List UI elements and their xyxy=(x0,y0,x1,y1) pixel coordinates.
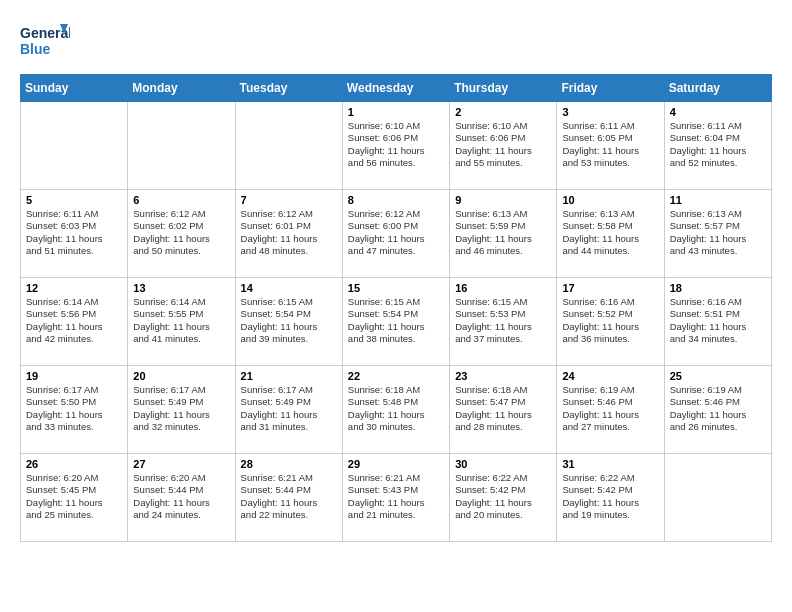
calendar-cell: 16Sunrise: 6:15 AMSunset: 5:53 PMDayligh… xyxy=(450,278,557,366)
day-number: 17 xyxy=(562,282,658,294)
calendar-cell: 15Sunrise: 6:15 AMSunset: 5:54 PMDayligh… xyxy=(342,278,449,366)
calendar-cell: 1Sunrise: 6:10 AMSunset: 6:06 PMDaylight… xyxy=(342,102,449,190)
day-number: 6 xyxy=(133,194,229,206)
day-number: 30 xyxy=(455,458,551,470)
calendar-cell: 19Sunrise: 6:17 AMSunset: 5:50 PMDayligh… xyxy=(21,366,128,454)
header-friday: Friday xyxy=(557,75,664,102)
logo: General Blue xyxy=(20,20,70,64)
cell-info: Sunrise: 6:15 AMSunset: 5:53 PMDaylight:… xyxy=(455,296,551,345)
cell-info: Sunrise: 6:13 AMSunset: 5:59 PMDaylight:… xyxy=(455,208,551,257)
day-number: 19 xyxy=(26,370,122,382)
day-number: 31 xyxy=(562,458,658,470)
calendar-cell: 12Sunrise: 6:14 AMSunset: 5:56 PMDayligh… xyxy=(21,278,128,366)
day-number: 5 xyxy=(26,194,122,206)
day-number: 26 xyxy=(26,458,122,470)
cell-info: Sunrise: 6:11 AMSunset: 6:05 PMDaylight:… xyxy=(562,120,658,169)
calendar-cell: 6Sunrise: 6:12 AMSunset: 6:02 PMDaylight… xyxy=(128,190,235,278)
day-number: 23 xyxy=(455,370,551,382)
cell-info: Sunrise: 6:22 AMSunset: 5:42 PMDaylight:… xyxy=(562,472,658,521)
day-number: 2 xyxy=(455,106,551,118)
cell-info: Sunrise: 6:12 AMSunset: 6:02 PMDaylight:… xyxy=(133,208,229,257)
cell-info: Sunrise: 6:20 AMSunset: 5:44 PMDaylight:… xyxy=(133,472,229,521)
cell-info: Sunrise: 6:15 AMSunset: 5:54 PMDaylight:… xyxy=(241,296,337,345)
day-number: 16 xyxy=(455,282,551,294)
header-monday: Monday xyxy=(128,75,235,102)
day-number: 18 xyxy=(670,282,766,294)
page-header: General Blue xyxy=(20,20,772,64)
calendar-cell: 3Sunrise: 6:11 AMSunset: 6:05 PMDaylight… xyxy=(557,102,664,190)
calendar-cell: 4Sunrise: 6:11 AMSunset: 6:04 PMDaylight… xyxy=(664,102,771,190)
calendar-cell: 23Sunrise: 6:18 AMSunset: 5:47 PMDayligh… xyxy=(450,366,557,454)
cell-info: Sunrise: 6:16 AMSunset: 5:52 PMDaylight:… xyxy=(562,296,658,345)
calendar-cell: 21Sunrise: 6:17 AMSunset: 5:49 PMDayligh… xyxy=(235,366,342,454)
cell-info: Sunrise: 6:11 AMSunset: 6:04 PMDaylight:… xyxy=(670,120,766,169)
day-number: 12 xyxy=(26,282,122,294)
calendar-cell: 2Sunrise: 6:10 AMSunset: 6:06 PMDaylight… xyxy=(450,102,557,190)
calendar-cell xyxy=(664,454,771,542)
day-number: 8 xyxy=(348,194,444,206)
cell-info: Sunrise: 6:21 AMSunset: 5:44 PMDaylight:… xyxy=(241,472,337,521)
day-number: 22 xyxy=(348,370,444,382)
calendar-cell: 25Sunrise: 6:19 AMSunset: 5:46 PMDayligh… xyxy=(664,366,771,454)
calendar-cell: 18Sunrise: 6:16 AMSunset: 5:51 PMDayligh… xyxy=(664,278,771,366)
week-row-4: 19Sunrise: 6:17 AMSunset: 5:50 PMDayligh… xyxy=(21,366,772,454)
cell-info: Sunrise: 6:10 AMSunset: 6:06 PMDaylight:… xyxy=(348,120,444,169)
day-number: 11 xyxy=(670,194,766,206)
day-number: 20 xyxy=(133,370,229,382)
calendar-cell: 17Sunrise: 6:16 AMSunset: 5:52 PMDayligh… xyxy=(557,278,664,366)
cell-info: Sunrise: 6:11 AMSunset: 6:03 PMDaylight:… xyxy=(26,208,122,257)
day-number: 3 xyxy=(562,106,658,118)
day-number: 15 xyxy=(348,282,444,294)
day-number: 14 xyxy=(241,282,337,294)
logo-svg: General Blue xyxy=(20,20,70,64)
cell-info: Sunrise: 6:13 AMSunset: 5:57 PMDaylight:… xyxy=(670,208,766,257)
cell-info: Sunrise: 6:13 AMSunset: 5:58 PMDaylight:… xyxy=(562,208,658,257)
calendar-cell: 20Sunrise: 6:17 AMSunset: 5:49 PMDayligh… xyxy=(128,366,235,454)
header-saturday: Saturday xyxy=(664,75,771,102)
calendar-table: SundayMondayTuesdayWednesdayThursdayFrid… xyxy=(20,74,772,542)
header-sunday: Sunday xyxy=(21,75,128,102)
day-number: 10 xyxy=(562,194,658,206)
header-row: SundayMondayTuesdayWednesdayThursdayFrid… xyxy=(21,75,772,102)
cell-info: Sunrise: 6:18 AMSunset: 5:48 PMDaylight:… xyxy=(348,384,444,433)
cell-info: Sunrise: 6:15 AMSunset: 5:54 PMDaylight:… xyxy=(348,296,444,345)
calendar-cell: 10Sunrise: 6:13 AMSunset: 5:58 PMDayligh… xyxy=(557,190,664,278)
day-number: 9 xyxy=(455,194,551,206)
calendar-cell xyxy=(128,102,235,190)
cell-info: Sunrise: 6:20 AMSunset: 5:45 PMDaylight:… xyxy=(26,472,122,521)
calendar-cell: 24Sunrise: 6:19 AMSunset: 5:46 PMDayligh… xyxy=(557,366,664,454)
week-row-5: 26Sunrise: 6:20 AMSunset: 5:45 PMDayligh… xyxy=(21,454,772,542)
cell-info: Sunrise: 6:22 AMSunset: 5:42 PMDaylight:… xyxy=(455,472,551,521)
day-number: 21 xyxy=(241,370,337,382)
calendar-cell: 30Sunrise: 6:22 AMSunset: 5:42 PMDayligh… xyxy=(450,454,557,542)
calendar-cell: 13Sunrise: 6:14 AMSunset: 5:55 PMDayligh… xyxy=(128,278,235,366)
calendar-cell: 29Sunrise: 6:21 AMSunset: 5:43 PMDayligh… xyxy=(342,454,449,542)
calendar-cell: 28Sunrise: 6:21 AMSunset: 5:44 PMDayligh… xyxy=(235,454,342,542)
calendar-cell: 8Sunrise: 6:12 AMSunset: 6:00 PMDaylight… xyxy=(342,190,449,278)
calendar-cell: 31Sunrise: 6:22 AMSunset: 5:42 PMDayligh… xyxy=(557,454,664,542)
cell-info: Sunrise: 6:19 AMSunset: 5:46 PMDaylight:… xyxy=(670,384,766,433)
cell-info: Sunrise: 6:17 AMSunset: 5:49 PMDaylight:… xyxy=(133,384,229,433)
calendar-cell: 26Sunrise: 6:20 AMSunset: 5:45 PMDayligh… xyxy=(21,454,128,542)
cell-info: Sunrise: 6:14 AMSunset: 5:56 PMDaylight:… xyxy=(26,296,122,345)
calendar-cell: 14Sunrise: 6:15 AMSunset: 5:54 PMDayligh… xyxy=(235,278,342,366)
header-thursday: Thursday xyxy=(450,75,557,102)
calendar-cell xyxy=(235,102,342,190)
day-number: 27 xyxy=(133,458,229,470)
calendar-cell xyxy=(21,102,128,190)
week-row-2: 5Sunrise: 6:11 AMSunset: 6:03 PMDaylight… xyxy=(21,190,772,278)
cell-info: Sunrise: 6:14 AMSunset: 5:55 PMDaylight:… xyxy=(133,296,229,345)
day-number: 4 xyxy=(670,106,766,118)
calendar-cell: 11Sunrise: 6:13 AMSunset: 5:57 PMDayligh… xyxy=(664,190,771,278)
cell-info: Sunrise: 6:10 AMSunset: 6:06 PMDaylight:… xyxy=(455,120,551,169)
cell-info: Sunrise: 6:21 AMSunset: 5:43 PMDaylight:… xyxy=(348,472,444,521)
cell-info: Sunrise: 6:19 AMSunset: 5:46 PMDaylight:… xyxy=(562,384,658,433)
svg-text:Blue: Blue xyxy=(20,41,51,57)
calendar-cell: 5Sunrise: 6:11 AMSunset: 6:03 PMDaylight… xyxy=(21,190,128,278)
calendar-cell: 22Sunrise: 6:18 AMSunset: 5:48 PMDayligh… xyxy=(342,366,449,454)
header-wednesday: Wednesday xyxy=(342,75,449,102)
day-number: 24 xyxy=(562,370,658,382)
cell-info: Sunrise: 6:12 AMSunset: 6:01 PMDaylight:… xyxy=(241,208,337,257)
calendar-cell: 7Sunrise: 6:12 AMSunset: 6:01 PMDaylight… xyxy=(235,190,342,278)
calendar-cell: 9Sunrise: 6:13 AMSunset: 5:59 PMDaylight… xyxy=(450,190,557,278)
